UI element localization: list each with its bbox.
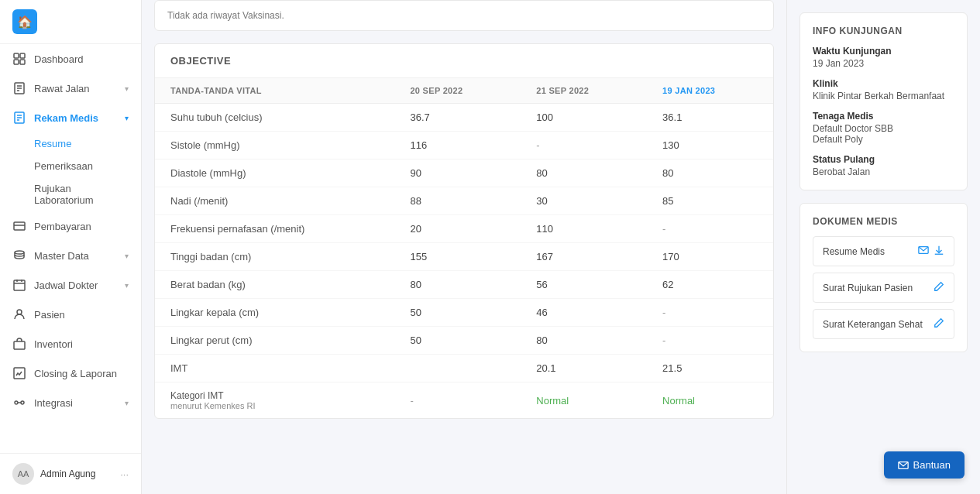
sidebar-item-jadwal-dokter[interactable]: Jadwal Dokter ▾ [0,270,141,300]
val-nadi-sep21: 30 [521,187,647,215]
val-nadi-jan19: 85 [647,187,773,215]
val-suhu-jan19: 36.1 [647,104,773,132]
edit-icon-rujukan[interactable] [934,281,944,294]
sidebar-item-pembayaran[interactable]: Pembayaran [0,211,141,241]
bantuan-button[interactable]: Bantuan [884,451,965,479]
dokumen-medis-title: DOKUMEN MEDIS [813,216,954,227]
param-berat: Berat badan (kg) [155,271,394,299]
val-diastole-sep21: 80 [521,160,647,187]
val-berat-sep21: 56 [521,271,647,299]
jadwal-dokter-icon [12,278,26,292]
status-pulang-value: Berobat Jalan [813,166,954,177]
sidebar-item-label-pasien: Pasien [34,309,129,321]
param-diastole: Diastole (mmHg) [155,160,394,187]
param-kategori-imt: Kategori IMT menurut Kemenkes RI [155,383,394,419]
val-suhu-sep20: 36.7 [394,104,521,132]
val-lingkar-kepala-sep21: 46 [521,299,647,327]
param-tinggi: Tinggi badan (cm) [155,243,394,271]
sidebar-logo: 🏠 [0,0,141,44]
val-lingkar-kepala-sep20: 50 [394,299,521,327]
sidebar-item-label-jadwal-dokter: Jadwal Dokter [34,280,125,291]
sidebar-sub-item-pemeriksaan[interactable]: Pemeriksaan [34,155,141,177]
tenaga-medis-value1: Default Doctor SBB [813,123,954,134]
integrasi-icon [12,396,26,410]
svg-rect-1 [20,53,25,58]
table-row: Diastole (mmHg) 90 80 80 [155,160,773,187]
table-row: Kategori IMT menurut Kemenkes RI - Norma… [155,383,773,419]
val-imt-sep20 [394,355,521,383]
sidebar-item-pasien[interactable]: Pasien [0,300,141,329]
admin-name: Admin Agung [40,468,120,479]
sidebar-item-rekam-medis[interactable]: Rekam Medis ▾ [0,103,141,132]
top-note: Tidak ada riwayat Vaksinasi. [154,0,774,31]
val-suhu-sep21: 100 [521,104,647,132]
svg-point-14 [15,251,24,254]
doc-icons-surat-rujukan [934,281,944,294]
closing-laporan-icon [12,366,26,380]
sidebar-sub-item-rujukan-lab[interactable]: Rujukan Laboratorium [34,177,141,211]
svg-point-19 [17,310,22,314]
right-panel: INFO KUNJUNGAN Waktu Kunjungan 19 Jan 20… [786,0,980,494]
rekam-medis-submenu: Resume Pemeriksaan Rujukan Laboratorium [0,132,141,211]
table-row: Nadi (/menit) 88 30 85 [155,187,773,215]
col-header-parameter: TANDA-TANDA VITAL [155,78,394,104]
val-kategori-imt-sep20: - [394,383,521,419]
val-kategori-imt-sep21: Normal [521,383,647,419]
sidebar-item-master-data[interactable]: Master Data ▾ [0,241,141,270]
val-sistole-jan19: 130 [647,132,773,160]
tenaga-medis-value2: Default Poly [813,134,954,145]
param-lingkar-perut: Lingkar perut (cm) [155,327,394,355]
jadwal-dokter-chevron: ▾ [125,281,129,290]
sidebar-item-label-closing-laporan: Closing & Laporan [34,368,129,379]
table-row: Sistole (mmHg) 116 - 130 [155,132,773,160]
param-lingkar-kepala: Lingkar kepala (cm) [155,299,394,327]
bantuan-label: Bantuan [913,459,951,471]
waktu-kunjungan-value: 19 Jan 2023 [813,58,954,69]
sidebar-item-dashboard[interactable]: Dashboard [0,44,141,74]
download-icon[interactable] [934,245,944,258]
doc-item-surat-rujukan: Surat Rujukan Pasien [813,273,954,303]
sidebar-item-label-integrasi: Integrasi [34,397,125,409]
val-imt-jan19: 21.5 [647,355,773,383]
master-data-chevron: ▾ [125,252,129,260]
val-nadi-sep20: 88 [394,187,521,215]
klinik-label: Klinik [813,78,954,89]
val-tinggi-sep20: 155 [394,243,521,271]
dokumen-medis-card: DOKUMEN MEDIS Resume Medis Surat Rujukan… [799,203,968,352]
tenaga-medis-label: Tenaga Medis [813,111,954,122]
table-row: Suhu tubuh (celcius) 36.7 100 36.1 [155,104,773,132]
doc-label-surat-rujukan: Surat Rujukan Pasien [823,283,913,293]
admin-menu-dots[interactable]: ··· [120,468,129,480]
sidebar-item-integrasi[interactable]: Integrasi ▾ [0,388,141,417]
doc-label-surat-keterangan: Surat Keterangan Sehat [823,319,923,330]
sidebar-item-inventori[interactable]: Inventori [0,329,141,358]
main-content: Tidak ada riwayat Vaksinasi. OBJECTIVE T… [142,0,786,494]
val-berat-sep20: 80 [394,271,521,299]
doc-item-surat-keterangan: Surat Keterangan Sehat [813,309,954,339]
table-row: Berat badan (kg) 80 56 62 [155,271,773,299]
sidebar-item-label-pembayaran: Pembayaran [34,221,129,232]
master-data-icon [12,249,26,262]
sidebar-item-closing-laporan[interactable]: Closing & Laporan [0,358,141,388]
objective-card: OBJECTIVE TANDA-TANDA VITAL 20 SEP 2022 … [154,43,774,419]
rekam-medis-chevron: ▾ [125,114,129,122]
sidebar-sub-item-resume[interactable]: Resume [34,132,141,155]
val-sistole-sep20: 116 [394,132,521,160]
table-row: IMT 20.1 21.5 [155,355,773,383]
param-nadi: Nadi (/menit) [155,187,394,215]
edit-icon-keterangan[interactable] [934,317,944,331]
svg-rect-0 [14,53,19,58]
val-lingkar-kepala-jan19: - [647,299,773,327]
email-icon[interactable] [918,245,929,258]
klinik-value: Klinik Pintar Berkah Bermanfaat [813,91,954,101]
table-row: Lingkar perut (cm) 50 80 - [155,327,773,355]
svg-point-23 [21,401,24,404]
col-header-jan19: 19 JAN 2023 [647,78,773,104]
val-frekuensi-jan19: - [647,215,773,243]
sidebar-item-rawat-jalan[interactable]: Rawat Jalan ▾ [0,74,141,103]
val-frekuensi-sep21: 110 [521,215,647,243]
pembayaran-icon [12,219,26,233]
rekam-medis-icon [12,111,26,125]
doc-label-resume-medis: Resume Medis [823,246,885,257]
integrasi-chevron: ▾ [125,399,129,407]
